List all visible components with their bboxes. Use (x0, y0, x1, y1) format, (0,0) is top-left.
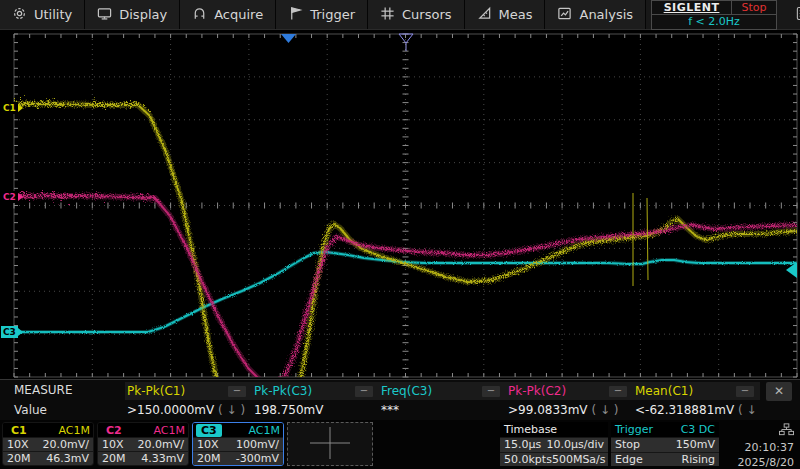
channel-offset-marker-c3[interactable]: C3 (1, 325, 23, 338)
menu-bar: Utility Display Acquire Trigger Cursors … (0, 0, 800, 30)
frequency-counter: f < 2.0Hz (652, 15, 776, 29)
trigger-level: 150mV (676, 438, 715, 451)
measurement-value-row: Value >150.0000mV ( ↓ ) 198.750mV *** >9… (0, 400, 800, 420)
remove-measurement-button[interactable]: − (228, 386, 246, 397)
trigger-title: Trigger (615, 423, 653, 436)
memory-depth: 50.0kpts (504, 453, 552, 466)
remove-measurement-button[interactable]: − (609, 386, 627, 397)
clock-panel: 20:10:37 2025/8/20 (722, 422, 800, 468)
measurement-stat-header[interactable]: Mean(C1) − (633, 382, 760, 400)
menu-item-label: Utility (34, 7, 72, 22)
value-row-label: Value (0, 403, 125, 417)
stat-value: *** (379, 403, 506, 417)
channel-badge: C3 (196, 424, 222, 437)
timebase-scale: 10.0µs/div (547, 438, 604, 451)
channel-coupling: AC1M (248, 424, 280, 437)
ruler-icon (477, 6, 492, 24)
stat-value: <-62.318881mV ( ↓ (633, 403, 760, 417)
remove-measurement-button[interactable]: − (482, 386, 500, 397)
stat-name[interactable]: Pk-Pk(C1) (127, 384, 185, 398)
menu-item-cursors[interactable]: Cursors (368, 0, 465, 29)
acquisition-status-box: SIGLENT Stop f < 2.0Hz (651, 0, 777, 30)
list-icon (796, 6, 800, 24)
measurement-stat-header[interactable]: Pk-Pk(C1) − (125, 382, 252, 400)
bandwidth-limit: 20M (102, 452, 126, 465)
right-arrow-icon (18, 104, 23, 112)
network-icon (779, 422, 794, 440)
channel-coupling: AC1M (153, 424, 185, 437)
probe-attenuation: 10X (102, 438, 124, 451)
cursors-icon (380, 6, 395, 24)
stat-name[interactable]: Pk-Pk(C3) (254, 384, 312, 398)
timebase-delay: 15.0µs (504, 438, 541, 451)
stat-name[interactable]: Freq(C3) (381, 384, 432, 398)
stat-value: >150.0000mV ( ↓ ) (125, 403, 252, 417)
gear-icon (12, 6, 27, 24)
measure-title: MEASURE (0, 383, 125, 397)
menu-item-utility[interactable]: Utility (0, 0, 85, 29)
flag-icon (288, 6, 303, 24)
trigger-menu-button[interactable]: TRIGGER (782, 0, 800, 29)
channel-marker-label: C3 (1, 326, 18, 338)
bandwidth-limit: 20M (197, 452, 221, 465)
right-arrow-icon (18, 193, 23, 201)
measurement-header-row: MEASURE Pk-Pk(C1) − Pk-Pk(C3) − Freq(C3)… (0, 380, 800, 400)
stat-name[interactable]: Pk-Pk(C2) (508, 384, 566, 398)
stat-value: 198.750mV (252, 403, 379, 417)
channel-coupling: AC1M (58, 424, 90, 437)
vertical-scale: 100mV/ (236, 438, 279, 451)
stat-name[interactable]: Mean(C1) (635, 384, 693, 398)
trigger-status: Stop (615, 438, 640, 451)
channel-box-c2[interactable]: C2 AC1M 10X20.0mV/ 20M4.33mV (97, 422, 189, 466)
trigger-panel[interactable]: TriggerC3 DC Stop150mV EdgeRising (611, 422, 719, 466)
menu-item-display[interactable]: Display (85, 0, 180, 29)
menu-item-analysis[interactable]: Analysis (545, 0, 646, 29)
right-arrow-icon (18, 328, 23, 336)
channel-marker-label: C2 (1, 191, 18, 203)
probe-attenuation: 10X (7, 438, 29, 451)
bandwidth-limit: 20M (7, 452, 31, 465)
menu-item-label: Analysis (579, 7, 633, 22)
measurement-stat-header[interactable]: Pk-Pk(C3) − (252, 382, 379, 400)
probe-attenuation: 10X (197, 438, 219, 451)
channel-box-c1[interactable]: C1 AC1M 10X20.0mV/ 20M46.3mV (2, 422, 94, 466)
display-icon (97, 6, 112, 24)
menu-item-trigger[interactable]: Trigger (276, 0, 368, 29)
vertical-offset: 46.3mV (46, 452, 89, 465)
channel-offset-marker-c2[interactable]: C2 (1, 190, 23, 203)
menu-item-meas[interactable]: Meas (465, 0, 546, 29)
oscilloscope-screen: { "menu": { "items": [ {"label":"Utility… (0, 0, 800, 469)
waveform-display-area[interactable]: C1 C2 C3 (0, 30, 800, 379)
trigger-source-coupling: C3 DC (681, 423, 715, 436)
close-measure-bar-button[interactable]: ✕ (766, 382, 792, 401)
vertical-scale: 20.0mV/ (43, 438, 89, 451)
remove-measurement-button[interactable]: − (355, 386, 373, 397)
acquisition-state: Stop (732, 1, 776, 15)
channel-offset-marker-c1[interactable]: C1 (1, 101, 23, 114)
channel-badge: C1 (6, 424, 32, 437)
channel-box-c3[interactable]: C3 AC1M 10X100mV/ 20M-300mV (192, 422, 284, 466)
measurement-stat-header[interactable]: Freq(C3) − (379, 382, 506, 400)
measurement-stat-header[interactable]: Pk-Pk(C2) − (506, 382, 633, 400)
channel-badge: C2 (101, 424, 127, 437)
measurement-bar: MEASURE Pk-Pk(C1) − Pk-Pk(C3) − Freq(C3)… (0, 379, 800, 420)
menu-item-acquire[interactable]: Acquire (180, 0, 276, 29)
remove-measurement-button[interactable]: − (736, 386, 754, 397)
clock-time: 20:10:37 (745, 440, 794, 455)
menu-item-label: Trigger (310, 7, 355, 22)
trigger-slope: Rising (682, 453, 715, 466)
waveform-svg (0, 30, 800, 379)
plus-icon (307, 426, 353, 463)
menu-item-label: Meas (499, 7, 533, 22)
vertical-offset: -300mV (236, 452, 279, 465)
analysis-icon (557, 6, 572, 24)
sample-rate: 500MSa/s (552, 453, 606, 466)
acquire-icon (192, 6, 207, 24)
bottom-status-bar: C1 AC1M 10X20.0mV/ 20M46.3mV C2 AC1M 10X… (0, 420, 800, 469)
menu-item-label: Cursors (402, 7, 452, 22)
stat-value: >99.0833mV ( ↓ ) (506, 403, 633, 417)
timebase-panel[interactable]: Timebase 15.0µs10.0µs/div 50.0kpts500MSa… (500, 422, 608, 466)
clock-date: 2025/8/20 (738, 455, 794, 469)
vertical-offset: 4.33mV (141, 452, 184, 465)
add-channel-placeholder[interactable] (287, 422, 373, 466)
